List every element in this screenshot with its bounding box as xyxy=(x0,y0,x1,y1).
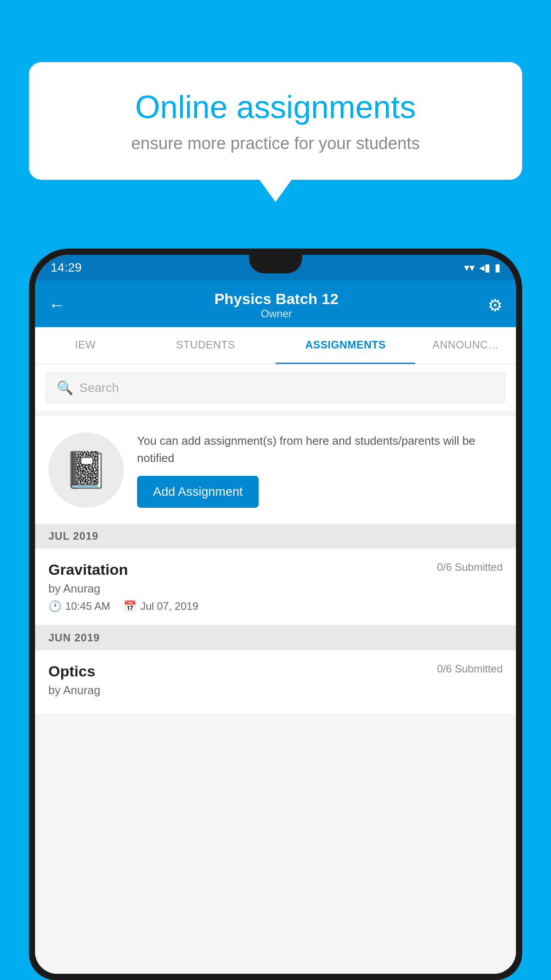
status-bar: 14:29 ▾▾ ◂▮ ▮ xyxy=(35,255,516,281)
tab-students[interactable]: STUDENTS xyxy=(136,327,276,364)
assignment-date-value: Jul 07, 2019 xyxy=(140,600,198,612)
wifi-icon: ▾▾ xyxy=(464,261,475,274)
bubble-title: Online assignments xyxy=(60,89,491,125)
calendar-icon: 📅 xyxy=(123,600,137,612)
back-button[interactable]: ← xyxy=(48,296,65,315)
promo-icon-circle: 📓 xyxy=(48,432,124,508)
content-area: 🔍 Search 📓 You can add assignment(s) fro… xyxy=(35,364,516,974)
assignment-by-optics: by Anurag xyxy=(48,684,503,697)
assignment-time: 🕐 10:45 AM xyxy=(48,600,110,612)
tab-announcements[interactable]: ANNOUNC… xyxy=(415,327,516,364)
speech-bubble: Online assignments ensure more practice … xyxy=(29,62,522,180)
promo-card: 📓 You can add assignment(s) from here an… xyxy=(35,416,516,524)
search-bar[interactable]: 🔍 Search xyxy=(46,372,505,403)
tabs-container: IEW STUDENTS ASSIGNMENTS ANNOUNC… xyxy=(35,327,516,364)
section-header-jun: JUN 2019 xyxy=(35,625,516,650)
clock-icon: 🕐 xyxy=(48,600,62,612)
add-assignment-button[interactable]: Add Assignment xyxy=(137,476,259,508)
section-header-jul: JUL 2019 xyxy=(35,524,516,549)
header-center: Physics Batch 12 Owner xyxy=(214,290,338,320)
notebook-icon: 📓 xyxy=(64,449,108,491)
assignment-by: by Anurag xyxy=(48,582,503,596)
promo-text-area: You can add assignment(s) from here and … xyxy=(137,432,503,508)
header-title: Physics Batch 12 xyxy=(214,290,338,308)
signal-icon: ◂▮ xyxy=(479,261,490,274)
assignment-top: Gravitation 0/6 Submitted xyxy=(48,561,503,578)
status-time: 14:29 xyxy=(51,261,82,275)
assignment-meta: 🕐 10:45 AM 📅 Jul 07, 2019 xyxy=(48,600,503,612)
assignment-item-gravitation[interactable]: Gravitation 0/6 Submitted by Anurag 🕐 10… xyxy=(35,549,516,625)
assignment-submitted-optics: 0/6 Submitted xyxy=(437,663,503,675)
search-placeholder: Search xyxy=(79,381,119,395)
notch xyxy=(249,255,302,273)
tab-assignments[interactable]: ASSIGNMENTS xyxy=(276,327,415,364)
assignment-item-optics[interactable]: Optics 0/6 Submitted by Anurag xyxy=(35,650,516,715)
assignment-time-value: 10:45 AM xyxy=(65,600,110,612)
settings-icon[interactable]: ⚙ xyxy=(488,296,503,315)
app-header: ← Physics Batch 12 Owner ⚙ xyxy=(35,281,516,327)
assignment-date: 📅 Jul 07, 2019 xyxy=(123,600,198,612)
phone-inner: 14:29 ▾▾ ◂▮ ▮ ← Physics Batch 12 Owner ⚙… xyxy=(32,252,519,976)
assignment-name: Gravitation xyxy=(48,561,128,578)
bubble-subtitle: ensure more practice for your students xyxy=(60,134,491,153)
status-icons: ▾▾ ◂▮ ▮ xyxy=(464,261,500,274)
assignment-top-optics: Optics 0/6 Submitted xyxy=(48,663,503,680)
battery-icon: ▮ xyxy=(495,261,500,274)
promo-description: You can add assignment(s) from here and … xyxy=(137,432,503,467)
search-bar-wrapper: 🔍 Search xyxy=(35,364,516,411)
phone-screen: 14:29 ▾▾ ◂▮ ▮ ← Physics Batch 12 Owner ⚙… xyxy=(35,255,516,974)
assignment-name-optics: Optics xyxy=(48,663,95,680)
phone-frame: 14:29 ▾▾ ◂▮ ▮ ← Physics Batch 12 Owner ⚙… xyxy=(29,249,522,980)
speech-bubble-container: Online assignments ensure more practice … xyxy=(29,62,522,180)
header-subtitle: Owner xyxy=(214,308,338,320)
assignment-submitted: 0/6 Submitted xyxy=(437,561,503,573)
tab-iew[interactable]: IEW xyxy=(35,327,136,364)
search-icon: 🔍 xyxy=(57,380,73,395)
